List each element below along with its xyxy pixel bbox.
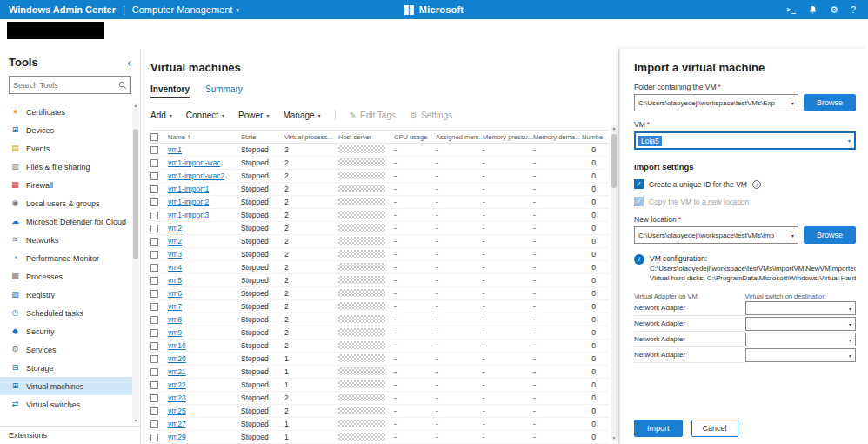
- select-all-checkbox[interactable]: [150, 132, 168, 141]
- folder-combobox[interactable]: ▾: [634, 94, 798, 111]
- sidebar-item-services[interactable]: ⚙Services: [0, 340, 132, 359]
- settings-gear-icon[interactable]: ⚙: [830, 5, 838, 15]
- browse-folder-button[interactable]: Browse: [804, 94, 856, 111]
- unique-id-checkbox[interactable]: ✓: [634, 179, 644, 189]
- powershell-console-icon[interactable]: >_: [786, 6, 796, 14]
- row-checkbox[interactable]: [150, 185, 158, 193]
- sidebar-item-virtual-machines[interactable]: ⊞Virtual machines: [0, 377, 132, 395]
- vm-name-link[interactable]: vm7: [168, 302, 182, 311]
- sidebar-item-local-users-groups[interactable]: ◉Local users & groups: [0, 194, 132, 212]
- help-icon[interactable]: ?: [851, 5, 856, 15]
- vm-name-link[interactable]: vm25: [168, 407, 186, 415]
- row-checkbox[interactable]: [150, 355, 158, 363]
- row-checkbox[interactable]: [150, 434, 158, 441]
- sidebar-item-events[interactable]: ▤Events: [0, 139, 132, 158]
- sidebar-item-security[interactable]: ◆Security: [0, 322, 132, 340]
- vm-name-link[interactable]: vm1-import3: [168, 211, 209, 219]
- scroll-up-icon[interactable]: ▲: [611, 125, 618, 131]
- vm-select[interactable]: Lola5 ▾: [634, 131, 856, 150]
- row-checkbox[interactable]: [150, 251, 158, 259]
- row-checkbox[interactable]: [150, 277, 158, 285]
- scroll-up-icon[interactable]: ▲: [132, 103, 139, 108]
- scroll-down-icon[interactable]: ▼: [132, 418, 139, 423]
- row-checkbox[interactable]: [150, 146, 158, 154]
- row-checkbox[interactable]: [150, 159, 158, 167]
- chevron-down-icon[interactable]: ▾: [788, 100, 798, 106]
- vm-name-link[interactable]: vm23: [168, 394, 186, 402]
- vm-name-link[interactable]: vm1-import2: [168, 198, 209, 206]
- column-header-memory-pressu[interactable]: Memory pressu...: [483, 133, 533, 141]
- vm-name-link[interactable]: vm4: [168, 263, 182, 272]
- sidebar-item-virtual-switches[interactable]: ⇄Virtual switches: [0, 395, 132, 414]
- scrollbar-thumb[interactable]: [611, 134, 617, 188]
- vm-name-link[interactable]: vm1-import-wac: [168, 158, 220, 167]
- scrollbar-thumb[interactable]: [133, 129, 138, 259]
- table-scrollbar[interactable]: ▲ ▼: [611, 125, 618, 441]
- sidebar-item-performance-monitor[interactable]: ◔Performance Monitor: [0, 249, 132, 267]
- vm-name-link[interactable]: vm21: [168, 367, 186, 376]
- vm-name-link[interactable]: vm10: [168, 341, 186, 350]
- toolbar-manage-button[interactable]: Manage▾: [283, 111, 320, 120]
- column-header-virtual-process[interactable]: Virtual process...: [284, 133, 338, 141]
- row-checkbox[interactable]: [150, 290, 158, 298]
- vm-name-link[interactable]: vm5: [168, 276, 182, 285]
- sidebar-item-devices[interactable]: ⊞Devices: [0, 121, 132, 139]
- vm-name-link[interactable]: vm6: [168, 289, 182, 298]
- vm-name-link[interactable]: vm8: [168, 315, 182, 324]
- tab-inventory[interactable]: Inventory: [150, 84, 190, 98]
- vm-name-link[interactable]: vm1: [168, 145, 182, 154]
- adapter-switch-select[interactable]: ▾: [745, 333, 857, 346]
- adapter-switch-select[interactable]: ▾: [745, 301, 857, 315]
- vm-name-link[interactable]: vm2: [168, 237, 182, 246]
- row-checkbox[interactable]: [150, 342, 158, 350]
- sidebar-item-registry[interactable]: ▨Registry: [0, 286, 132, 304]
- scroll-down-icon[interactable]: ▼: [611, 435, 618, 441]
- search-input[interactable]: [10, 81, 118, 90]
- column-header-memory-dema[interactable]: Memory dema...: [533, 133, 582, 141]
- sidebar-item-certificates[interactable]: ★Certificates: [0, 103, 132, 121]
- row-checkbox[interactable]: [150, 172, 158, 180]
- vm-name-link[interactable]: vm9: [168, 328, 182, 337]
- info-icon[interactable]: i: [752, 180, 761, 189]
- column-header-host-server[interactable]: Host server: [338, 133, 394, 141]
- browse-location-button[interactable]: Browse: [804, 226, 856, 244]
- sidebar-item-scheduled-tasks[interactable]: ◷Scheduled tasks: [0, 304, 132, 322]
- vm-name-link[interactable]: vm22: [168, 380, 186, 389]
- chevron-down-icon[interactable]: ▾: [788, 232, 798, 239]
- new-location-input[interactable]: [635, 232, 788, 239]
- sidebar-item-microsoft-defender-for-cloud[interactable]: ☁Microsoft Defender for Cloud: [0, 212, 132, 231]
- new-location-combobox[interactable]: ▾: [634, 226, 798, 244]
- app-title[interactable]: Windows Admin Center: [9, 4, 116, 15]
- row-checkbox[interactable]: [150, 212, 158, 219]
- row-checkbox[interactable]: [150, 303, 158, 311]
- collapse-sidebar-button[interactable]: ‹: [127, 57, 131, 69]
- cancel-button[interactable]: Cancel: [691, 420, 738, 437]
- sidebar-scrollbar[interactable]: ▲ ▼: [132, 103, 139, 423]
- adapter-switch-select[interactable]: ▾: [745, 348, 857, 362]
- folder-path-input[interactable]: [635, 99, 788, 107]
- chevron-down-icon[interactable]: ▾: [845, 138, 854, 144]
- vm-name-link[interactable]: vm3: [168, 250, 182, 259]
- row-checkbox[interactable]: [150, 198, 158, 206]
- vm-name-link[interactable]: vm29: [168, 433, 186, 441]
- search-icon[interactable]: [118, 81, 127, 90]
- vm-name-link[interactable]: vm27: [168, 420, 186, 428]
- vm-name-link[interactable]: vm2: [168, 224, 182, 232]
- column-header-cpu-usage[interactable]: CPU usage: [394, 133, 436, 141]
- row-checkbox[interactable]: [150, 225, 158, 232]
- sidebar-item-networks[interactable]: ≋Networks: [0, 231, 132, 249]
- vm-name-link[interactable]: vm20: [168, 354, 186, 363]
- row-checkbox[interactable]: [150, 394, 158, 402]
- sidebar-item-files-file-sharing[interactable]: ▥Files & file sharing: [0, 158, 132, 176]
- import-button[interactable]: Import: [634, 420, 683, 437]
- adapter-switch-select[interactable]: ▾: [745, 317, 857, 331]
- sidebar-item-storage[interactable]: ⊟Storage: [0, 359, 132, 377]
- row-checkbox[interactable]: [150, 381, 158, 389]
- row-checkbox[interactable]: [150, 420, 158, 428]
- solution-menu[interactable]: Computer Management ▾: [132, 4, 239, 15]
- sidebar-item-firewall[interactable]: ▦Firewall: [0, 176, 132, 194]
- notifications-bell-icon[interactable]: [808, 5, 818, 15]
- vm-name-link[interactable]: vm1-import1: [168, 185, 209, 193]
- toolbar-power-button[interactable]: Power▾: [238, 111, 269, 120]
- column-header-state[interactable]: State: [241, 133, 284, 141]
